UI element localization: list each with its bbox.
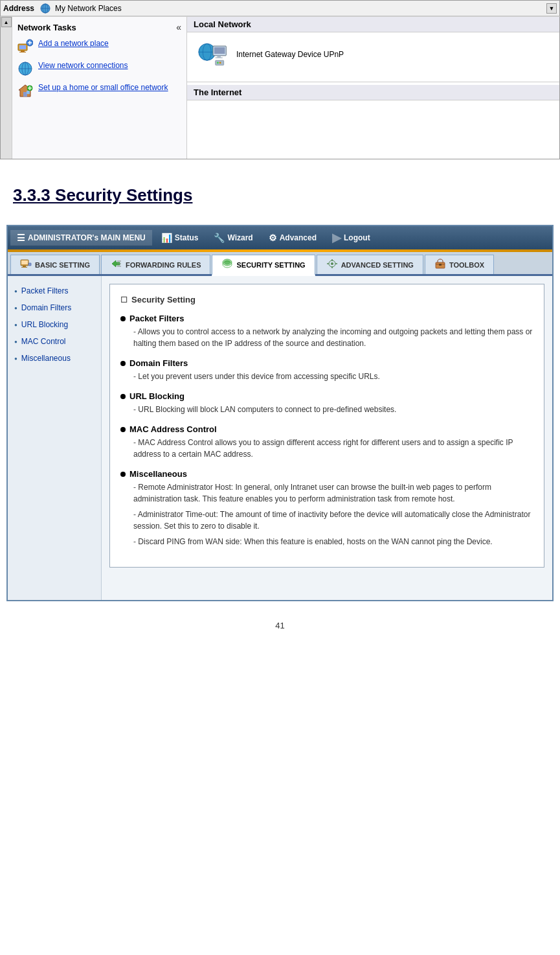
task-setup-home[interactable]: Set up a home or small office network [17,83,181,98]
miscellaneous-sub-item-3: - Discard PING from WAN side: When this … [120,536,533,547]
logout-label: Logout [344,233,370,242]
security-setting-tab-icon [221,259,233,269]
setup-home-label[interactable]: Set up a home or small office network [38,83,168,93]
domain-filters-desc: - Let you prevent users under this devic… [120,371,533,382]
svg-rect-6 [21,51,25,52]
basic-setting-tab-icon [20,259,32,269]
top-nav: ☰ ADMINISTRATOR's MAIN MENU 📊 Status 🔧 W… [8,226,552,249]
forwarding-rules-tab-icon [111,259,122,269]
main-content: ● Packet Filters ● Domain Filters ● URL … [8,276,552,600]
left-panel: Network Tasks « Add a network place [12,17,187,159]
internet-section: The Internet [187,82,559,103]
sidebar-item-miscellaneous[interactable]: ● Miscellaneous [8,350,101,367]
sidebar-item-domain-filters[interactable]: ● Domain Filters [8,299,101,316]
bullet-url-blocking: ● [14,322,17,328]
content-panel: ☐ Security Setting Packet Filters - Allo… [102,276,552,600]
collapse-button[interactable]: « [176,22,181,32]
local-network-header: Local Network [187,17,559,32]
tab-toolbox[interactable]: TOOLBOX [425,255,494,274]
device-icon [197,39,229,70]
miscellaneous-sub-item-2: - Administrator Time-out: The amount of … [120,509,533,532]
mac-control-title: MAC Address Control [120,424,533,434]
toolbox-icon [434,259,446,271]
miscellaneous-bullet [120,472,126,477]
left-panel-header: Network Tasks « [17,22,181,32]
local-network-label: Local Network [194,19,251,29]
admin-menu-item[interactable]: ☰ ADMINISTRATOR's MAIN MENU [10,230,152,246]
dash-bullet-1: - [133,327,138,336]
sidebar-item-packet-filters[interactable]: ● Packet Filters [8,282,101,299]
local-network-section: Local Network [187,17,559,82]
svg-point-30 [219,62,221,64]
svg-rect-35 [28,263,31,266]
advanced-setting-label: ADVANCED SETTING [341,261,414,269]
sidebar-url-blocking-label: URL Blocking [21,320,68,329]
tab-basic-setting[interactable]: BASIC SETTING [10,255,100,274]
packet-filters-desc: - Allows you to control access to a netw… [120,326,533,349]
address-bar: Address My Network Places ▼ [0,0,560,17]
address-dropdown[interactable]: ▼ [546,3,557,14]
security-item-domain-filters: Domain Filters - Let you prevent users u… [120,358,533,382]
device-item: Internet Gateway Device UPnP [187,32,559,76]
toolbox-label: TOOLBOX [449,261,484,269]
task-add-network[interactable]: Add a network place [17,39,181,54]
sidebar-packet-filters-label: Packet Filters [21,286,69,295]
svg-rect-5 [19,45,26,49]
device-name: Internet Gateway Device UPnP [236,50,344,59]
url-blocking-title-text: URL Blocking [129,391,185,401]
packet-filters-bullet [120,316,126,321]
tab-advanced-setting[interactable]: ADVANCED SETTING [317,255,423,274]
mac-control-bullet [120,427,126,432]
basic-setting-icon [20,259,32,271]
dash-bullet-5b: - [133,510,138,519]
miscellaneous-title: Miscellaneous [120,469,533,479]
svg-rect-32 [21,260,28,264]
right-panel: Local Network [187,17,559,159]
admin-menu-label: ADMINISTRATOR's MAIN MENU [28,233,146,242]
tab-security-setting[interactable]: SECURITY SETTING [212,255,315,276]
miscellaneous-sub-item-1: - Remote Administrator Host: In general,… [120,481,533,505]
security-setting-label: SECURITY SETTING [236,261,305,269]
address-label: Address [3,4,34,13]
scroll-up-button[interactable]: ▲ [1,17,12,27]
gateway-device-icon [197,39,229,70]
status-nav-item[interactable]: 📊 Status [155,230,205,246]
view-connections-label[interactable]: View network connections [38,61,128,71]
tab-forwarding-rules[interactable]: FORWARDING RULES [101,255,211,274]
bullet-packet-filters: ● [14,288,17,294]
packet-filters-title: Packet Filters [120,314,533,323]
sidebar-item-url-blocking[interactable]: ● URL Blocking [8,316,101,333]
bullet-mac-control: ● [14,339,17,345]
svg-rect-26 [217,56,221,58]
tab-bar: BASIC SETTING FORWARDING RULES [8,252,552,276]
internet-label: The Internet [194,87,241,97]
page-number: 41 [0,621,560,630]
svg-rect-27 [216,58,223,58]
svg-point-29 [217,62,219,64]
svg-point-40 [224,260,230,265]
network-places-icon [39,3,51,14]
security-item-miscellaneous: Miscellaneous - Remote Administrator Hos… [120,469,533,547]
explorer-panel: ▲ Network Tasks « Add a network place [0,17,560,159]
content-box-title-text: Security Setting [131,295,196,305]
sidebar-domain-filters-label: Domain Filters [21,303,71,312]
sidebar-item-mac-control[interactable]: ● MAC Control [8,333,101,350]
wizard-nav-item[interactable]: 🔧 Wizard [207,230,259,246]
svg-rect-17 [27,91,30,94]
svg-rect-25 [214,47,225,54]
sidebar-miscellaneous-label: Miscellaneous [21,354,71,363]
add-network-label[interactable]: Add a network place [38,39,109,49]
security-item-mac-control: MAC Address Control - MAC Address Contro… [120,424,533,460]
svg-rect-50 [439,264,442,266]
security-item-url-blocking: URL Blocking - URL Blocking will block L… [120,391,533,415]
logout-nav-item[interactable]: ▶ Logout [326,228,377,247]
setup-home-icon [17,83,33,98]
forwarding-rules-label: FORWARDING RULES [126,261,201,269]
advanced-nav-item[interactable]: ⚙ Advanced [262,230,323,246]
mac-control-desc: - MAC Address Control allows you to assi… [120,437,533,460]
nav-separator: ▶ [332,231,341,245]
status-label: Status [175,233,199,242]
content-box: ☐ Security Setting Packet Filters - Allo… [109,284,544,568]
url-blocking-title: URL Blocking [120,391,533,401]
task-view-connections[interactable]: View network connections [17,61,181,76]
